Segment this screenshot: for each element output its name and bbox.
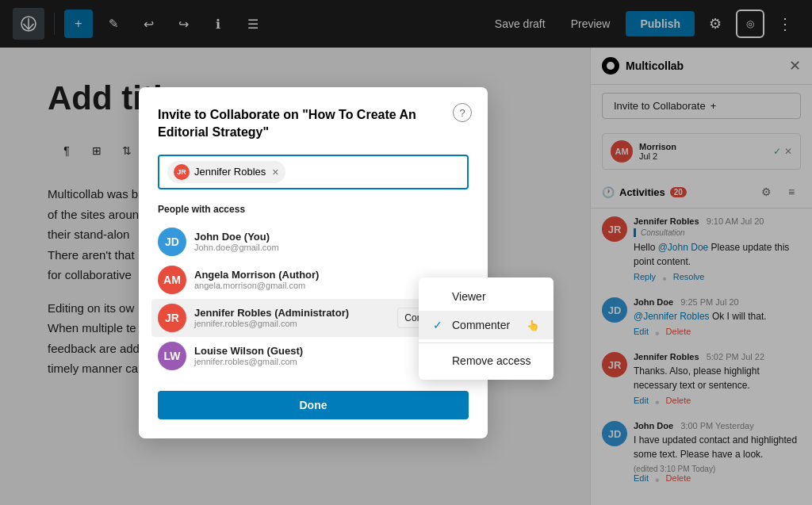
chip-avatar: JR bbox=[174, 164, 190, 180]
check-icon bbox=[433, 354, 446, 367]
chip-remove-button[interactable]: × bbox=[272, 166, 278, 178]
person-row: JD John Doe (You) John.doe@gmail.com bbox=[158, 223, 469, 261]
invite-chip: JR Jennifer Robles × bbox=[167, 161, 285, 183]
person-avatar: AM bbox=[158, 266, 186, 294]
role-popup: Viewer ✓ Commenter 👆 Remove access bbox=[419, 277, 553, 380]
person-avatar: JR bbox=[158, 304, 186, 332]
role-popup-item-commenter[interactable]: ✓ Commenter 👆 bbox=[419, 311, 553, 339]
done-button[interactable]: Done bbox=[158, 391, 469, 419]
person-info: Louise Wilson (Guest) jennifer.robles@gm… bbox=[194, 345, 411, 366]
person-avatar: JD bbox=[158, 228, 186, 256]
check-icon: ✓ bbox=[433, 319, 446, 331]
person-email: jennifer.robles@gmail.com bbox=[194, 357, 411, 366]
person-name: Louise Wilson (Guest) bbox=[194, 345, 411, 357]
modal-title: Invite to Collaborate on "How To Create … bbox=[158, 106, 469, 142]
person-avatar: LW bbox=[158, 342, 186, 370]
help-button[interactable]: ? bbox=[453, 103, 472, 122]
role-popup-item-viewer[interactable]: Viewer bbox=[419, 282, 553, 311]
chip-name: Jennifer Robles bbox=[194, 166, 266, 178]
invite-input-field[interactable]: JR Jennifer Robles × bbox=[158, 155, 469, 189]
role-popup-divider bbox=[419, 342, 553, 343]
check-icon bbox=[433, 290, 446, 303]
people-section-title: People with access bbox=[158, 204, 469, 215]
person-name: Jennifer Robles (Administrator) bbox=[194, 307, 389, 319]
person-info: John Doe (You) John.doe@gmail.com bbox=[194, 231, 469, 252]
person-info: Jennifer Robles (Administrator) jennifer… bbox=[194, 307, 389, 328]
role-popup-item-remove[interactable]: Remove access bbox=[419, 346, 553, 375]
person-email: John.doe@gmail.com bbox=[194, 243, 469, 252]
person-name: John Doe (You) bbox=[194, 231, 469, 243]
role-option-label: Commenter bbox=[452, 319, 510, 331]
role-option-label: Remove access bbox=[452, 354, 531, 367]
person-email: jennifer.robles@gmail.com bbox=[194, 319, 389, 328]
role-option-label: Viewer bbox=[452, 290, 486, 303]
cursor-icon: 👆 bbox=[527, 319, 539, 331]
invite-modal: ? Invite to Collaborate on "How To Creat… bbox=[139, 87, 488, 438]
